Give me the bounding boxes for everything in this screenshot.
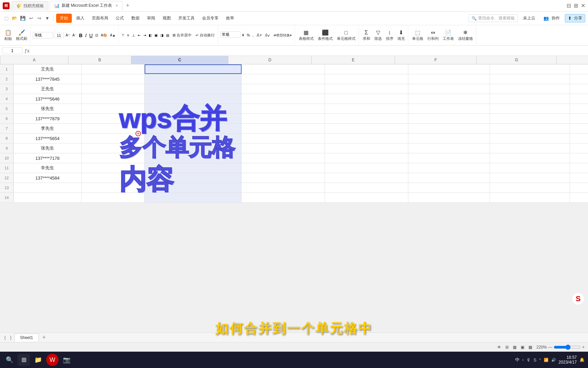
cell-d6[interactable] bbox=[242, 114, 325, 123]
cell-a4[interactable]: 137****5646 bbox=[14, 94, 82, 104]
cell-b5[interactable] bbox=[82, 104, 145, 113]
view-page-icon[interactable]: ▣ bbox=[521, 345, 524, 350]
cell-d14[interactable] bbox=[242, 193, 325, 202]
cell-g2[interactable] bbox=[490, 74, 570, 84]
open-icon[interactable]: 📂 bbox=[11, 15, 18, 22]
formula-input[interactable] bbox=[32, 48, 586, 53]
view-break-icon[interactable]: ▩ bbox=[528, 345, 532, 350]
save-icon[interactable]: 💾 bbox=[19, 15, 27, 22]
cell-c4[interactable] bbox=[145, 94, 242, 104]
fill-btn[interactable]: ⬇ 填充 bbox=[396, 28, 407, 42]
layout-menu-btn[interactable]: 页面布局 bbox=[89, 14, 111, 22]
cell-h10[interactable] bbox=[570, 153, 588, 163]
cell-b7[interactable] bbox=[82, 124, 145, 133]
cell-g1[interactable] bbox=[490, 64, 570, 74]
cell-e13[interactable] bbox=[325, 183, 408, 193]
cell-f14[interactable] bbox=[408, 193, 490, 202]
col-header-b[interactable]: B bbox=[68, 56, 131, 64]
review-menu-btn[interactable]: 审阅 bbox=[144, 14, 158, 22]
maximize-icon[interactable]: ⊞ bbox=[574, 2, 578, 9]
cell-e4[interactable] bbox=[325, 94, 408, 104]
cell-g14[interactable] bbox=[490, 193, 570, 202]
tab-close-icon[interactable]: ✕ bbox=[115, 4, 118, 7]
cloud-btn[interactable]: 未上云 bbox=[520, 14, 538, 22]
cell-g3[interactable] bbox=[490, 84, 570, 94]
cell-h7[interactable] bbox=[570, 124, 588, 133]
taskbar-search-btn[interactable]: 🔍 bbox=[3, 354, 16, 366]
border-btn[interactable]: ⊡ bbox=[94, 33, 99, 37]
cell-b3[interactable] bbox=[82, 84, 145, 94]
cell-h4[interactable] bbox=[570, 94, 588, 104]
new-icon[interactable]: ⬚ bbox=[3, 15, 10, 22]
cell-c10[interactable] bbox=[145, 153, 242, 163]
taskbar-ime[interactable]: 中 bbox=[515, 357, 520, 363]
cell-c6[interactable] bbox=[145, 114, 242, 123]
tab-template[interactable]: 🌾 找稻壳模板 bbox=[12, 1, 48, 11]
taskbar-start-btn[interactable]: ⊞ bbox=[18, 354, 30, 366]
format-brush-btn[interactable]: 🖌️ 格式刷 bbox=[14, 28, 29, 42]
align-right-btn[interactable]: ◨ bbox=[159, 33, 164, 37]
align-bot-btn[interactable]: ⊥ bbox=[131, 33, 136, 37]
cell-c5[interactable] bbox=[145, 104, 242, 113]
underline-btn[interactable]: U bbox=[88, 32, 94, 39]
cell-b8[interactable] bbox=[82, 134, 145, 143]
cell-b4[interactable] bbox=[82, 94, 145, 104]
cell-b13[interactable] bbox=[82, 183, 145, 193]
cell-d8[interactable] bbox=[242, 134, 325, 143]
font-name-selector[interactable]: 等线 bbox=[33, 32, 53, 39]
cell-h2[interactable] bbox=[570, 74, 588, 84]
fill-color-btn[interactable]: A🎨 bbox=[100, 33, 108, 37]
worksheet-btn[interactable]: 📄 工作表 bbox=[441, 28, 456, 42]
taskbar-file-btn[interactable]: 📁 bbox=[32, 354, 44, 366]
align-justify-btn[interactable]: ▤ bbox=[165, 33, 170, 37]
zoom-slider[interactable] bbox=[554, 344, 581, 350]
undo-icon[interactable]: ↩ bbox=[27, 15, 35, 22]
sheet-tab-1[interactable]: Sheet1 bbox=[14, 334, 39, 341]
decimal-dec-btn[interactable]: .0↙ bbox=[263, 33, 271, 37]
cell-f8[interactable] bbox=[408, 134, 490, 143]
cell-b12[interactable] bbox=[82, 173, 145, 183]
cell-e5[interactable] bbox=[325, 104, 408, 113]
cell-b11[interactable] bbox=[82, 163, 145, 173]
cell-b2[interactable] bbox=[82, 74, 145, 84]
cell-e7[interactable] bbox=[325, 124, 408, 133]
search-box[interactable]: 🔍 查找命令、搜索模板 bbox=[469, 14, 518, 22]
cell-f4[interactable] bbox=[408, 94, 490, 104]
zoom-in-btn[interactable]: + bbox=[582, 345, 585, 350]
minimize-icon[interactable]: ⊟ bbox=[567, 2, 571, 9]
cell-b6[interactable] bbox=[82, 114, 145, 123]
cell-a6[interactable]: 137****7879 bbox=[14, 114, 82, 123]
cell-a12[interactable]: 137****4584 bbox=[14, 173, 82, 183]
bold-btn[interactable]: B bbox=[78, 32, 83, 39]
indent-btn[interactable]: ⇤ bbox=[137, 33, 142, 37]
cell-a10[interactable]: 137****7178 bbox=[14, 153, 82, 163]
cell-e8[interactable] bbox=[325, 134, 408, 143]
cell-e14[interactable] bbox=[325, 193, 408, 202]
zoom-out-btn[interactable]: — bbox=[548, 345, 552, 350]
cell-d4[interactable] bbox=[242, 94, 325, 104]
cell-format-btn[interactable]: □ 单元格样式 bbox=[335, 29, 357, 42]
cell-f10[interactable] bbox=[408, 153, 490, 163]
cell-e9[interactable] bbox=[325, 143, 408, 153]
effect-menu-btn[interactable]: 效率 bbox=[223, 14, 237, 22]
freeze-btn[interactable]: ❄ 冻结窗格 bbox=[456, 28, 475, 42]
cell-f11[interactable] bbox=[408, 163, 490, 173]
cell-f12[interactable] bbox=[408, 173, 490, 183]
cell-c13[interactable] bbox=[145, 183, 242, 193]
col-header-e[interactable]: E bbox=[312, 56, 395, 64]
cell-d10[interactable] bbox=[242, 153, 325, 163]
cell-g10[interactable] bbox=[490, 153, 570, 163]
cell-c2[interactable] bbox=[145, 74, 242, 84]
cell-c14[interactable] bbox=[145, 193, 242, 202]
taskbar-wps[interactable]: S bbox=[534, 357, 537, 363]
autowrap-btn[interactable]: ↵ 自动换行 bbox=[194, 32, 216, 39]
taskbar-notification[interactable]: 🔔 bbox=[579, 357, 585, 362]
filter-btn[interactable]: ▽ 筛选 bbox=[373, 28, 383, 42]
cell-e11[interactable] bbox=[325, 163, 408, 173]
cell-c7[interactable] bbox=[145, 124, 242, 133]
cell-c1[interactable] bbox=[145, 64, 242, 74]
cell-h1[interactable] bbox=[570, 64, 588, 74]
cell-f6[interactable] bbox=[408, 114, 490, 123]
cell-d9[interactable] bbox=[242, 143, 325, 153]
align-top-btn[interactable]: ⊤ bbox=[120, 33, 126, 37]
